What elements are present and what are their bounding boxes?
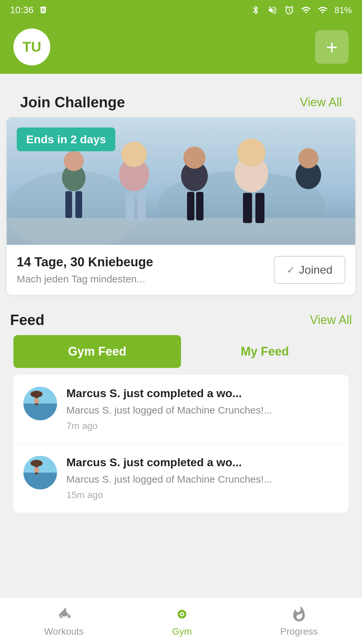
- nav-gym-label: Gym: [172, 626, 192, 637]
- feed-item-2[interactable]: Marcus S. just completed a wo... Marcus …: [13, 444, 349, 513]
- join-challenge-view-all[interactable]: View All: [300, 95, 342, 109]
- challenge-card[interactable]: Ends in 2 days 14 Tage, 30 Kniebeuge Mac…: [7, 117, 355, 295]
- feed-content-1: Marcus S. just completed a wo... Marcus …: [66, 387, 339, 431]
- svg-rect-23: [23, 404, 57, 420]
- svg-rect-14: [187, 192, 194, 220]
- svg-rect-6: [65, 191, 72, 218]
- feed-content-2: Marcus S. just completed a wo... Marcus …: [66, 456, 339, 500]
- svg-rect-18: [243, 193, 252, 223]
- feed-list: Marcus S. just completed a wo... Marcus …: [13, 375, 349, 513]
- challenge-info: 14 Tage, 30 Kniebeuge Mach jeden Tag min…: [7, 245, 355, 295]
- svg-point-5: [64, 151, 84, 171]
- feed-header: Feed View All: [7, 305, 355, 335]
- svg-rect-19: [255, 193, 264, 223]
- joined-label: Joined: [299, 263, 333, 276]
- nav-gym[interactable]: Gym: [162, 601, 202, 640]
- svg-point-9: [121, 142, 147, 167]
- wifi-icon: [318, 5, 328, 15]
- nav-workouts[interactable]: Workouts: [34, 601, 94, 640]
- bluetooth-icon: [251, 5, 261, 15]
- join-challenge-header: Join Challenge View All: [10, 84, 352, 117]
- feed-tab-toggle: Gym Feed My Feed: [13, 335, 349, 368]
- svg-point-30: [31, 460, 43, 467]
- svg-rect-28: [23, 473, 57, 489]
- shoe-icon: [55, 605, 73, 624]
- feed-section: Feed View All Gym Feed My Feed: [7, 305, 355, 513]
- svg-point-17: [237, 139, 265, 167]
- svg-rect-3: [7, 218, 355, 245]
- svg-rect-10: [126, 191, 134, 221]
- gym-icon: [173, 605, 191, 624]
- time: 10:36: [10, 5, 34, 15]
- feed-item-title-1: Marcus S. just completed a wo...: [66, 387, 339, 400]
- feed-item-title-2: Marcus S. just completed a wo...: [66, 456, 339, 469]
- tab-my-feed[interactable]: My Feed: [181, 335, 349, 368]
- feed-title: Feed: [10, 312, 45, 328]
- status-bar: 10:36 81%: [0, 0, 362, 20]
- challenge-description: Mach jeden Tag mindesten...: [17, 273, 264, 285]
- feed-view-all[interactable]: View All: [310, 313, 352, 327]
- avatar-image-1: [23, 387, 57, 420]
- svg-rect-7: [75, 191, 82, 218]
- check-icon: ✓: [287, 264, 295, 276]
- nav-progress[interactable]: Progress: [270, 601, 328, 640]
- feed-item-desc-2: Marcus S. just logged of Machine Crunche…: [66, 472, 339, 486]
- feed-avatar-2: [23, 456, 57, 489]
- tab-gym-feed[interactable]: Gym Feed: [13, 335, 181, 368]
- trash-icon: [39, 5, 48, 15]
- svg-rect-15: [196, 192, 203, 220]
- svg-point-25: [31, 391, 43, 397]
- flame-icon: [290, 605, 308, 624]
- feed-item-desc-1: Marcus S. just logged of Machine Crunche…: [66, 403, 339, 417]
- nav-workouts-label: Workouts: [44, 626, 84, 637]
- feed-item-time-2: 15m ago: [66, 490, 339, 500]
- joined-button[interactable]: ✓ Joined: [274, 256, 345, 284]
- main-content: Join Challenge View All: [0, 84, 362, 566]
- avatar-image-2: [23, 456, 57, 489]
- user-avatar[interactable]: TU: [13, 29, 50, 65]
- alarm-icon: [284, 5, 294, 15]
- add-button[interactable]: +: [315, 30, 349, 64]
- mute-icon: [267, 5, 278, 15]
- ends-badge: Ends in 2 days: [17, 127, 115, 151]
- svg-point-31: [34, 467, 39, 473]
- battery: 81%: [335, 5, 352, 15]
- svg-point-34: [181, 613, 183, 615]
- nav-progress-label: Progress: [280, 626, 318, 637]
- feed-item-time-1: 7m ago: [66, 421, 339, 431]
- svg-point-21: [298, 148, 318, 168]
- join-challenge-title: Join Challenge: [20, 94, 125, 111]
- feed-avatar-1: [23, 387, 57, 420]
- status-time-area: 10:36: [10, 5, 48, 15]
- svg-point-26: [34, 398, 39, 404]
- challenge-image: Ends in 2 days: [7, 117, 355, 245]
- feed-item[interactable]: Marcus S. just completed a wo... Marcus …: [13, 375, 349, 444]
- svg-point-13: [183, 147, 205, 169]
- app-header: TU +: [0, 20, 362, 74]
- bottom-nav: Workouts Gym Progress: [0, 597, 362, 644]
- svg-rect-11: [137, 191, 146, 221]
- status-indicators: 81%: [251, 5, 352, 15]
- signal-icon: [301, 5, 311, 15]
- challenge-title: 14 Tage, 30 Kniebeuge: [17, 255, 264, 269]
- challenge-text: 14 Tage, 30 Kniebeuge Mach jeden Tag min…: [17, 255, 264, 285]
